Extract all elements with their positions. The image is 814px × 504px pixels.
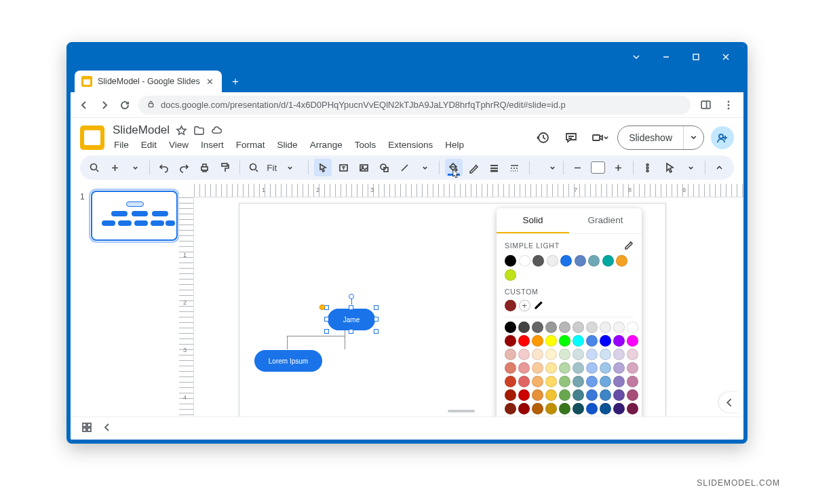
zoom-out-button[interactable]	[568, 159, 586, 176]
zoom-level[interactable]: Fit	[265, 163, 278, 173]
tab-solid[interactable]: Solid	[497, 208, 569, 233]
palette-swatch[interactable]	[518, 349, 530, 360]
menu-slide[interactable]: Slide	[276, 138, 299, 151]
palette-swatch[interactable]	[559, 376, 570, 387]
line-dropdown[interactable]	[416, 159, 433, 176]
menu-view[interactable]: View	[168, 138, 190, 151]
palette-swatch[interactable]	[600, 389, 611, 401]
theme-swatch[interactable]	[505, 269, 516, 281]
palette-swatch[interactable]	[545, 416, 557, 417]
palette-swatch[interactable]	[532, 376, 543, 387]
window-maximize[interactable]	[682, 47, 710, 66]
palette-swatch[interactable]	[627, 403, 638, 414]
palette-swatch[interactable]	[559, 349, 570, 360]
palette-swatch[interactable]	[559, 362, 570, 374]
comments-icon[interactable]	[560, 127, 582, 149]
palette-swatch[interactable]	[627, 322, 638, 333]
theme-swatch[interactable]	[532, 255, 544, 267]
palette-swatch[interactable]	[586, 335, 598, 347]
theme-swatch[interactable]	[588, 255, 600, 267]
palette-swatch[interactable]	[600, 416, 611, 417]
document-title[interactable]: SlideModel	[113, 123, 170, 137]
palette-swatch[interactable]	[627, 335, 638, 347]
palette-swatch[interactable]	[573, 335, 584, 347]
zoom-dropdown[interactable]	[281, 159, 298, 176]
palette-swatch[interactable]	[505, 335, 516, 347]
slide-panel[interactable]: 1	[71, 184, 179, 416]
palette-swatch[interactable]	[532, 322, 543, 333]
palette-swatch[interactable]	[545, 376, 557, 387]
share-button[interactable]	[711, 126, 734, 149]
border-weight-button[interactable]	[486, 159, 503, 176]
palette-swatch[interactable]	[518, 335, 530, 347]
browser-menu-icon[interactable]	[720, 97, 737, 113]
eyedropper-button[interactable]	[532, 300, 544, 311]
window-chevron-down[interactable]	[623, 47, 650, 66]
search-menus-icon[interactable]	[85, 159, 103, 176]
zoom-in-button[interactable]	[610, 159, 627, 176]
paint-format-button[interactable]	[216, 159, 234, 176]
palette-swatch[interactable]	[532, 335, 543, 347]
palette-swatch[interactable]	[559, 403, 570, 414]
palette-swatch[interactable]	[613, 362, 625, 374]
window-close[interactable]	[712, 47, 739, 66]
palette-swatch[interactable]	[505, 322, 516, 333]
palette-swatch[interactable]	[505, 389, 516, 401]
theme-swatch[interactable]	[616, 255, 627, 267]
palette-swatch[interactable]	[613, 376, 625, 387]
palette-swatch[interactable]	[532, 389, 543, 401]
palette-swatch[interactable]	[600, 349, 611, 360]
select-tool[interactable]	[314, 159, 332, 176]
toolbar-overflow[interactable]	[638, 159, 656, 176]
menu-tools[interactable]: Tools	[353, 138, 378, 151]
image-tool[interactable]	[355, 159, 372, 176]
more-formatting-dropdown[interactable]	[535, 159, 557, 176]
theme-swatch[interactable]	[602, 255, 614, 267]
palette-swatch[interactable]	[627, 376, 638, 387]
explore-button[interactable]	[719, 392, 739, 412]
palette-swatch[interactable]	[532, 403, 543, 414]
palette-swatch[interactable]	[559, 335, 570, 347]
cloud-status-icon[interactable]	[210, 124, 222, 136]
line-tool[interactable]	[395, 159, 413, 176]
shape-tool[interactable]	[375, 159, 393, 176]
palette-swatch[interactable]	[545, 322, 557, 333]
theme-swatch[interactable]	[575, 255, 586, 267]
tab-close-icon[interactable]: ✕	[206, 77, 215, 86]
selected-shape[interactable]: Jame	[328, 309, 375, 330]
side-panel-icon[interactable]	[697, 97, 714, 113]
theme-swatch[interactable]	[560, 255, 572, 267]
palette-swatch[interactable]	[573, 376, 584, 387]
palette-swatch[interactable]	[573, 349, 584, 360]
palette-swatch[interactable]	[505, 349, 516, 360]
zoom-button[interactable]	[245, 159, 263, 176]
custom-color-swatch[interactable]	[505, 300, 516, 311]
background-button[interactable]	[589, 159, 606, 176]
palette-swatch[interactable]	[600, 376, 611, 387]
palette-swatch[interactable]	[613, 335, 625, 347]
tab-gradient[interactable]: Gradient	[569, 208, 642, 233]
menu-edit[interactable]: Edit	[140, 138, 158, 151]
menu-arrange[interactable]: Arrange	[309, 138, 344, 151]
palette-swatch[interactable]	[613, 403, 625, 414]
window-minimize[interactable]	[653, 47, 680, 66]
new-tab-button[interactable]: ＋	[226, 72, 245, 91]
new-slide-button[interactable]	[106, 159, 123, 176]
menu-file[interactable]: File	[113, 138, 130, 151]
browser-tab[interactable]: SlideModel - Google Slides ✕	[75, 71, 222, 92]
palette-swatch[interactable]	[600, 362, 611, 374]
mode-dropdown[interactable]	[682, 159, 699, 176]
prev-slide-icon[interactable]	[102, 422, 113, 435]
palette-swatch[interactable]	[532, 362, 543, 374]
slide-thumbnail-1[interactable]	[91, 191, 178, 241]
palette-swatch[interactable]	[518, 376, 530, 387]
palette-swatch[interactable]	[559, 389, 570, 401]
palette-swatch[interactable]	[627, 416, 638, 417]
palette-swatch[interactable]	[586, 376, 598, 387]
palette-swatch[interactable]	[545, 335, 557, 347]
palette-swatch[interactable]	[518, 403, 530, 414]
theme-swatch[interactable]	[519, 255, 530, 267]
palette-swatch[interactable]	[545, 403, 557, 414]
mode-button[interactable]	[661, 159, 679, 176]
palette-swatch[interactable]	[586, 322, 598, 333]
